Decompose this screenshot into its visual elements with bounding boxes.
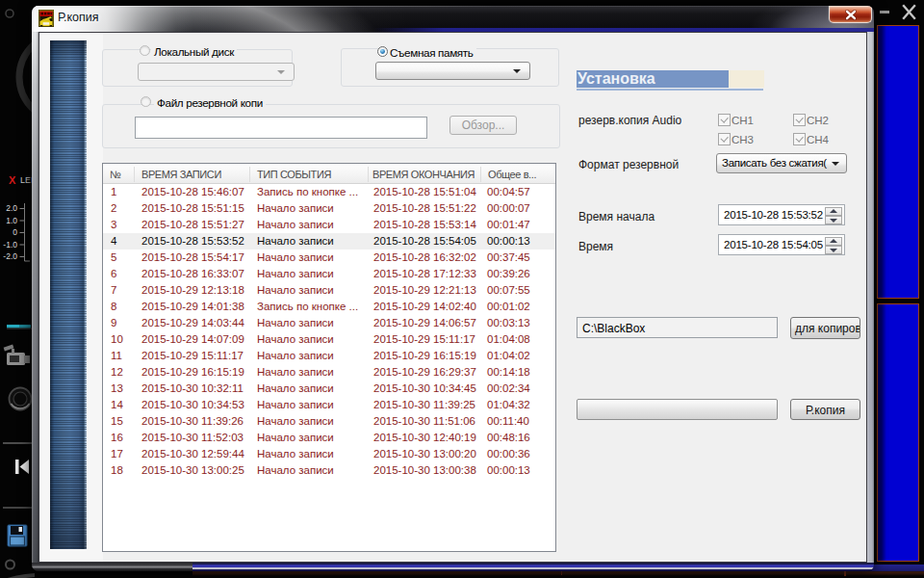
svg-text:-2.0: -2.0 — [3, 251, 17, 261]
svg-text:2.0: 2.0 — [6, 203, 17, 213]
svg-text:-1.0: -1.0 — [3, 240, 17, 250]
svg-text:1.0: 1.0 — [6, 216, 17, 225]
svg-text:0: 0 — [13, 227, 17, 237]
svg-text:X: X — [9, 174, 16, 186]
